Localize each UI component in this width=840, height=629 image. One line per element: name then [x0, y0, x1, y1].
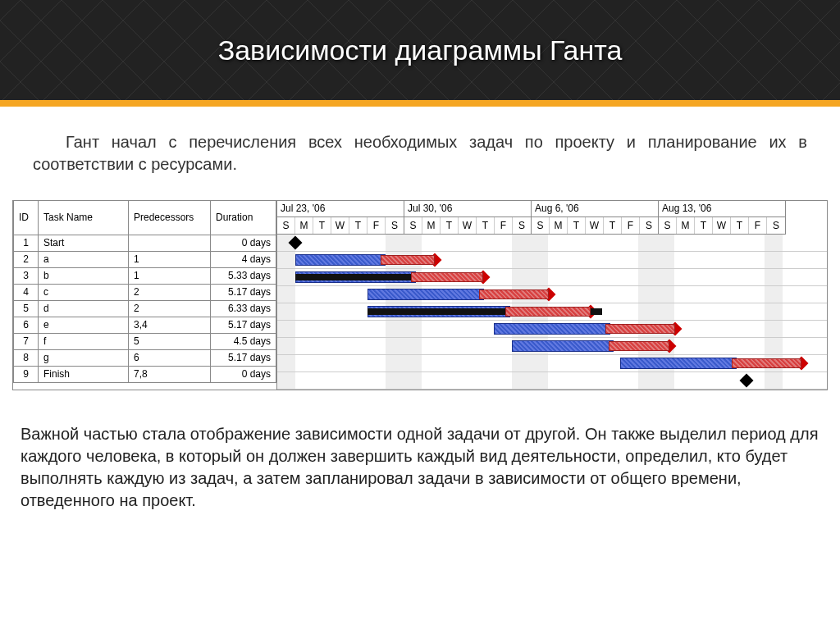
- day-header: S: [513, 217, 531, 234]
- cell-name: f: [39, 333, 129, 349]
- slide-content: Гант начал с перечисления всех необходим…: [0, 107, 840, 184]
- cell-id: 5: [14, 300, 39, 317]
- week-label: Jul 30, '06: [404, 201, 531, 217]
- cell-id: 7: [14, 333, 39, 349]
- day-header: T: [441, 217, 459, 234]
- col-dur: Duration: [211, 201, 276, 235]
- day-header: M: [677, 217, 695, 234]
- cell-id: 8: [14, 349, 39, 366]
- slide-title: Зависимости диаграммы Ганта: [218, 34, 623, 66]
- cell-pred: 2: [129, 300, 211, 317]
- gantt-bar-blue: [494, 323, 610, 335]
- week-label: Aug 6, '06: [532, 201, 658, 217]
- table-row: 6e3,45.17 days: [14, 317, 276, 333]
- table-row: 7f54.5 days: [14, 333, 276, 349]
- col-pred: Predecessors: [129, 201, 211, 235]
- cell-id: 2: [14, 251, 39, 267]
- cell-name: b: [39, 267, 129, 284]
- cell-id: 6: [14, 317, 39, 333]
- milestone-icon: [740, 374, 754, 388]
- cell-name: c: [39, 284, 129, 300]
- cell-pred: [129, 235, 211, 251]
- gantt-timeline: Jul 23, '06SMTWTFSJul 30, '06SMTWTFSAug …: [277, 201, 827, 390]
- table-row: 1Start0 days: [14, 235, 276, 251]
- gantt-bar-blue: [620, 358, 737, 369]
- gantt-bar-red: [411, 272, 483, 282]
- day-header: T: [604, 217, 622, 234]
- cell-id: 4: [14, 284, 39, 300]
- cell-name: Start: [39, 235, 129, 251]
- day-header: T: [568, 217, 586, 234]
- day-header: S: [659, 217, 677, 234]
- table-row: 3b15.33 days: [14, 267, 276, 284]
- day-header: S: [767, 217, 785, 234]
- day-header: S: [386, 217, 404, 234]
- conclusion-paragraph: Важной частью стала отображение зависимо…: [0, 423, 840, 512]
- table-row: 8g65.17 days: [14, 349, 276, 366]
- cell-dur: 4.5 days: [211, 333, 276, 349]
- day-header: W: [713, 217, 731, 234]
- day-header: T: [695, 217, 713, 234]
- table-row: 9Finish7,80 days: [14, 366, 276, 382]
- cell-name: Finish: [39, 366, 129, 382]
- cell-dur: 5.17 days: [211, 317, 276, 333]
- day-header: W: [586, 217, 604, 234]
- col-name: Task Name: [39, 201, 129, 235]
- day-header: T: [313, 217, 331, 234]
- table-row: 5d26.33 days: [14, 300, 276, 317]
- day-header: T: [731, 217, 749, 234]
- cell-pred: 7,8: [129, 366, 211, 382]
- cell-pred: 1: [129, 251, 211, 267]
- cell-dur: 4 days: [211, 251, 276, 267]
- day-header: T: [477, 217, 495, 234]
- day-header: F: [368, 217, 386, 234]
- cell-id: 9: [14, 366, 39, 382]
- gantt-bar-blue: [295, 254, 386, 266]
- cell-pred: 3,4: [129, 317, 211, 333]
- day-header: S: [640, 217, 658, 234]
- day-header: S: [404, 217, 422, 234]
- cell-dur: 6.33 days: [211, 300, 276, 317]
- cell-name: g: [39, 349, 129, 366]
- cell-id: 1: [14, 235, 39, 251]
- gantt-bar-red: [732, 358, 801, 368]
- gantt-bar-blue: [368, 289, 484, 300]
- table-row: 2a14 days: [14, 251, 276, 267]
- week-label: Jul 23, '06: [277, 201, 404, 217]
- gantt-bar-red: [605, 324, 675, 334]
- gantt-bar-red: [479, 289, 549, 299]
- cell-dur: 5.17 days: [211, 349, 276, 366]
- cell-pred: 2: [129, 284, 211, 300]
- day-header: T: [349, 217, 368, 234]
- cell-pred: 1: [129, 267, 211, 284]
- intro-paragraph: Гант начал с перечисления всех необходим…: [33, 131, 807, 175]
- gantt-bar-blue: [512, 340, 614, 352]
- cell-dur: 5.33 days: [211, 267, 276, 284]
- cell-dur: 0 days: [211, 235, 276, 251]
- gantt-chart: ID Task Name Predecessors Duration 1Star…: [12, 200, 828, 390]
- cell-name: d: [39, 300, 129, 317]
- day-header: F: [622, 217, 640, 234]
- milestone-icon: [289, 236, 303, 250]
- table-row: 4c25.17 days: [14, 284, 276, 300]
- day-header: S: [277, 217, 295, 234]
- cell-pred: 5: [129, 333, 211, 349]
- col-id: ID: [14, 201, 39, 235]
- gantt-bar-red: [381, 255, 435, 265]
- day-header: S: [532, 217, 550, 234]
- day-header: W: [331, 217, 349, 234]
- slide-header: Зависимости диаграммы Ганта: [0, 0, 840, 107]
- day-header: M: [295, 217, 313, 234]
- cell-dur: 5.17 days: [211, 284, 276, 300]
- cell-name: e: [39, 317, 129, 333]
- gantt-bar-red: [609, 341, 669, 351]
- day-header: W: [459, 217, 477, 234]
- day-header: M: [422, 217, 441, 234]
- week-label: Aug 13, '06: [659, 201, 785, 217]
- task-table: ID Task Name Predecessors Duration 1Star…: [13, 201, 277, 390]
- day-header: F: [749, 217, 767, 234]
- cell-pred: 6: [129, 349, 211, 366]
- gantt-bar-red: [505, 307, 591, 317]
- cell-dur: 0 days: [211, 366, 276, 382]
- cell-id: 3: [14, 267, 39, 284]
